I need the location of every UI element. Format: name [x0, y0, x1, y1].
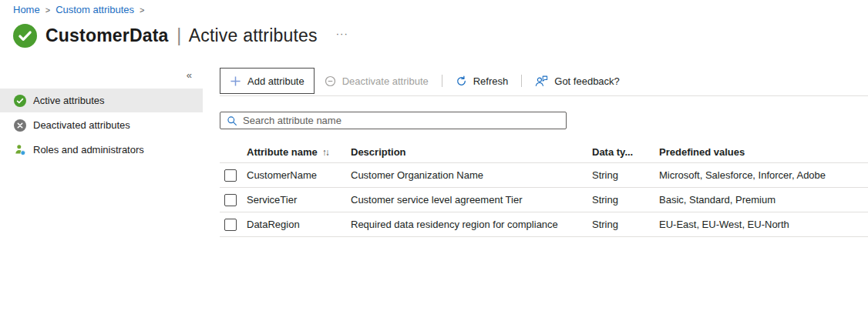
cell-description: Customer Organization Name: [351, 169, 592, 181]
row-checkbox[interactable]: [224, 219, 237, 231]
column-header-label: Attribute name: [247, 146, 318, 158]
search-input[interactable]: [243, 115, 560, 126]
sidebar-item-label: Roles and administrators: [33, 144, 144, 155]
cell-data-type: String: [592, 194, 659, 206]
plus-icon: [230, 75, 241, 87]
page-title: CustomerData | Active attributes: [45, 25, 318, 46]
table-row[interactable]: ServiceTier Customer service level agree…: [220, 188, 868, 212]
cell-data-type: String: [592, 169, 659, 181]
refresh-icon: [456, 75, 467, 87]
sidebar-item-deactivated-attributes[interactable]: Deactivated attributes: [0, 113, 203, 137]
toolbar-separator: [442, 75, 442, 87]
cell-attribute-name: ServiceTier: [247, 194, 351, 206]
add-attribute-button[interactable]: Add attribute: [220, 68, 315, 94]
sidebar-collapse-button[interactable]: «: [183, 68, 195, 82]
main-content: Add attribute Deactivate attribute Refre…: [220, 68, 868, 237]
column-header-description: Description: [351, 146, 592, 158]
sidebar-item-active-attributes[interactable]: Active attributes: [0, 89, 203, 112]
column-header-label: Description: [351, 146, 406, 158]
person-badge-icon: [14, 144, 26, 156]
sort-icon[interactable]: ↑↓: [322, 147, 328, 158]
add-attribute-label: Add attribute: [247, 75, 304, 87]
row-checkbox[interactable]: [224, 169, 237, 182]
row-checkbox-cell: [220, 219, 247, 231]
breadcrumb-link-home[interactable]: Home: [13, 4, 40, 15]
attributes-table: Attribute name ↑↓ Description Data ty...…: [220, 142, 868, 237]
feedback-person-icon: [535, 75, 548, 87]
cell-data-type: String: [592, 219, 659, 230]
search-icon: [227, 115, 237, 126]
cell-attribute-name: DataRegion: [247, 219, 351, 230]
deactivate-attribute-button[interactable]: Deactivate attribute: [315, 68, 439, 94]
sidebar-item-label: Active attributes: [33, 95, 105, 106]
check-circle-icon: [14, 95, 26, 107]
x-circle-icon: [14, 119, 26, 132]
cell-predefined-values: EU-East, EU-West, EU-North: [659, 219, 868, 230]
page-title-name: CustomerData: [45, 25, 169, 45]
toolbar-divider: [220, 95, 868, 96]
got-feedback-button[interactable]: Got feedback?: [525, 68, 630, 94]
column-header-label: Data ty...: [592, 146, 633, 158]
row-checkbox[interactable]: [224, 194, 237, 206]
cell-predefined-values: Microsoft, Salesforce, Inforcer, Adobe: [659, 169, 868, 181]
page-header: CustomerData | Active attributes ···: [13, 24, 350, 48]
cell-description: Customer service level agreement Tier: [351, 194, 592, 206]
sidebar-item-roles-and-administrators[interactable]: Roles and administrators: [0, 138, 203, 162]
table-header-row: Attribute name ↑↓ Description Data ty...…: [220, 142, 868, 163]
column-header-predefined-values: Predefined values: [659, 146, 868, 158]
column-header-data-type: Data ty...: [592, 146, 659, 158]
refresh-label: Refresh: [473, 75, 509, 87]
breadcrumb-separator-icon: >: [140, 5, 144, 15]
command-bar: Add attribute Deactivate attribute Refre…: [220, 68, 868, 94]
sidebar-item-label: Deactivated attributes: [33, 119, 130, 131]
more-menu-button[interactable]: ···: [335, 25, 350, 42]
table-row[interactable]: CustomerName Customer Organization Name …: [220, 163, 868, 188]
breadcrumb-separator-icon: >: [45, 5, 50, 15]
success-check-icon: [13, 24, 37, 48]
cell-predefined-values: Basic, Standard, Premium: [659, 194, 868, 206]
sidebar: « Active attributes Deactivated attribut…: [0, 68, 203, 162]
deactivate-attribute-label: Deactivate attribute: [342, 75, 429, 87]
row-checkbox-cell: [220, 169, 247, 182]
table-row[interactable]: DataRegion Required data residency regio…: [220, 212, 868, 237]
breadcrumb: Home > Custom attributes >: [13, 4, 144, 15]
breadcrumb-link-custom-attributes[interactable]: Custom attributes: [56, 4, 134, 15]
got-feedback-label: Got feedback?: [554, 75, 620, 87]
block-circle-icon: [325, 75, 336, 87]
column-header-label: Predefined values: [659, 146, 745, 158]
refresh-button[interactable]: Refresh: [446, 68, 519, 94]
row-checkbox-cell: [220, 194, 247, 206]
page-title-separator: |: [173, 25, 184, 45]
cell-attribute-name: CustomerName: [247, 169, 351, 181]
toolbar-separator: [521, 75, 522, 87]
cell-description: Required data residency region for compl…: [351, 219, 592, 230]
search-box: [220, 112, 567, 129]
column-header-attribute-name[interactable]: Attribute name ↑↓: [247, 146, 351, 158]
page-title-section: Active attributes: [189, 25, 318, 45]
